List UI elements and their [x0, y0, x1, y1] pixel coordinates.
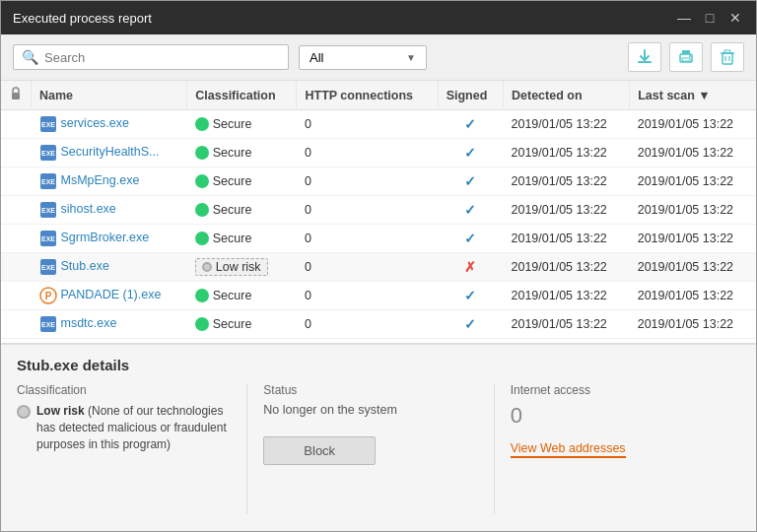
secure-dot	[195, 117, 209, 131]
http-cell: 0	[297, 196, 438, 225]
classification-col: Classification Low risk (None of our tec…	[17, 383, 247, 514]
low-risk-indicator	[17, 405, 31, 419]
detected-cell: 2019/01/05 13:22	[504, 139, 630, 167]
minimize-button[interactable]: —	[675, 9, 693, 27]
detected-cell: 2019/01/05 13:22	[504, 253, 630, 282]
file-icon: EXE	[39, 173, 61, 187]
filter-value: All	[310, 50, 323, 65]
lock-cell	[1, 310, 32, 339]
http-cell: 0	[297, 282, 438, 310]
th-signed[interactable]: Signed	[438, 81, 503, 110]
status-col: Status No longer on the system Block	[263, 383, 494, 514]
check-icon: ✓	[464, 116, 476, 132]
maximize-button[interactable]: □	[701, 9, 719, 27]
name-cell: EXEMsMpEng.exe	[32, 167, 187, 196]
svg-rect-7	[724, 50, 730, 53]
lock-cell	[1, 110, 32, 139]
search-icon: 🔍	[22, 49, 38, 65]
classification-text: Low risk (None of our technologies has d…	[36, 403, 231, 452]
internet-value: 0	[511, 403, 724, 429]
trash-icon	[719, 48, 736, 66]
detected-cell: 2019/01/05 13:22	[504, 282, 630, 310]
classification-cell: Secure	[187, 139, 297, 167]
detected-cell: 2019/01/05 13:22	[504, 196, 630, 225]
toolbar: 🔍 All ▼	[1, 34, 756, 81]
signed-cell: ✓	[438, 225, 503, 253]
file-icon: P	[39, 288, 61, 301]
internet-access-label: Internet access	[511, 383, 724, 397]
low-risk-badge: Low risk	[195, 258, 268, 276]
table-row[interactable]: EXEStub.exeLow risk0✗2019/01/05 13:22201…	[1, 253, 756, 282]
detected-cell: 2019/01/05 13:22	[504, 310, 630, 339]
file-icon: EXE	[39, 145, 61, 159]
file-icon: EXE	[39, 116, 61, 130]
block-button[interactable]: Block	[263, 436, 376, 465]
table-row[interactable]: EXESgrmBroker.exeSecure0✓2019/01/05 13:2…	[1, 225, 756, 253]
th-name[interactable]: Name	[32, 81, 187, 110]
th-lock	[1, 81, 32, 110]
svg-rect-5	[723, 53, 732, 64]
view-web-addresses-link[interactable]: View Web addresses	[511, 441, 626, 458]
name-cell: EXEStub.exe	[32, 253, 187, 282]
process-table-container[interactable]: Name Classification HTTP connections Sig…	[1, 81, 756, 344]
download-button[interactable]	[628, 42, 661, 72]
internet-col: Internet access 0 View Web addresses	[511, 383, 740, 514]
name-cell: EXEservices.exe	[32, 110, 187, 139]
delete-button[interactable]	[711, 42, 744, 72]
classification-cell: Secure	[187, 167, 297, 196]
svg-text:EXE: EXE	[40, 178, 54, 185]
lastscan-cell: 2019/01/05 13:22	[630, 282, 756, 310]
process-table: Name Classification HTTP connections Sig…	[1, 81, 756, 339]
table-row[interactable]: EXEMsMpEng.exeSecure0✓2019/01/05 13:2220…	[1, 167, 756, 196]
filter-dropdown[interactable]: All ▼	[299, 45, 427, 70]
file-name: SecurityHealthS...	[61, 145, 160, 159]
secure-dot	[195, 174, 209, 188]
print-button[interactable]	[669, 42, 703, 72]
check-icon: ✓	[464, 202, 476, 218]
svg-text:EXE: EXE	[40, 150, 54, 157]
window-controls: — □ ✕	[675, 9, 744, 27]
signed-cell: ✓	[438, 110, 503, 139]
svg-rect-2	[682, 50, 690, 54]
window-title: Executed process report	[13, 11, 152, 26]
secure-dot	[195, 232, 209, 245]
file-name: msdtc.exe	[61, 316, 117, 330]
classification-cell: Secure	[187, 225, 297, 253]
signed-cell: ✓	[438, 167, 503, 196]
download-icon	[636, 48, 654, 66]
classification-cell: Low risk	[187, 253, 297, 282]
signed-cell: ✓	[438, 310, 503, 339]
lock-cell	[1, 139, 32, 167]
table-row[interactable]: EXESecurityHealthS...Secure0✓2019/01/05 …	[1, 139, 756, 167]
close-button[interactable]: ✕	[726, 9, 744, 27]
x-icon: ✗	[464, 259, 476, 275]
details-title: Stub.exe details	[17, 357, 740, 373]
status-label: Status	[263, 383, 477, 397]
file-icon: EXE	[39, 202, 61, 216]
lastscan-cell: 2019/01/05 13:22	[630, 139, 756, 167]
http-cell: 0	[297, 310, 438, 339]
file-name: SgrmBroker.exe	[61, 231, 150, 244]
table-row[interactable]: EXEsihost.exeSecure0✓2019/01/05 13:22201…	[1, 196, 756, 225]
status-text: No longer on the system	[263, 403, 477, 417]
th-detected[interactable]: Detected on	[504, 81, 630, 110]
table-row[interactable]: PPANDADE (1).exeSecure0✓2019/01/05 13:22…	[1, 282, 756, 310]
lock-cell	[1, 167, 32, 196]
print-icon	[677, 48, 695, 66]
th-lastscan[interactable]: Last scan ▼	[630, 81, 756, 110]
check-icon: ✓	[464, 288, 476, 303]
search-box[interactable]: 🔍	[13, 44, 289, 70]
svg-text:EXE: EXE	[40, 121, 54, 128]
table-body: EXEservices.exeSecure0✓2019/01/05 13:222…	[1, 110, 756, 339]
th-classification[interactable]: Classification	[187, 81, 297, 110]
th-http[interactable]: HTTP connections	[297, 81, 438, 110]
table-row[interactable]: EXEmsdtc.exeSecure0✓2019/01/05 13:222019…	[1, 310, 756, 339]
secure-dot	[195, 289, 209, 302]
lastscan-cell: 2019/01/05 13:22	[630, 110, 756, 139]
lock-cell	[1, 225, 32, 253]
table-row[interactable]: EXEservices.exeSecure0✓2019/01/05 13:222…	[1, 110, 756, 139]
name-cell: EXESgrmBroker.exe	[32, 225, 187, 253]
search-input[interactable]	[44, 50, 280, 65]
table-header: Name Classification HTTP connections Sig…	[1, 81, 756, 110]
signed-cell: ✓	[438, 139, 503, 167]
